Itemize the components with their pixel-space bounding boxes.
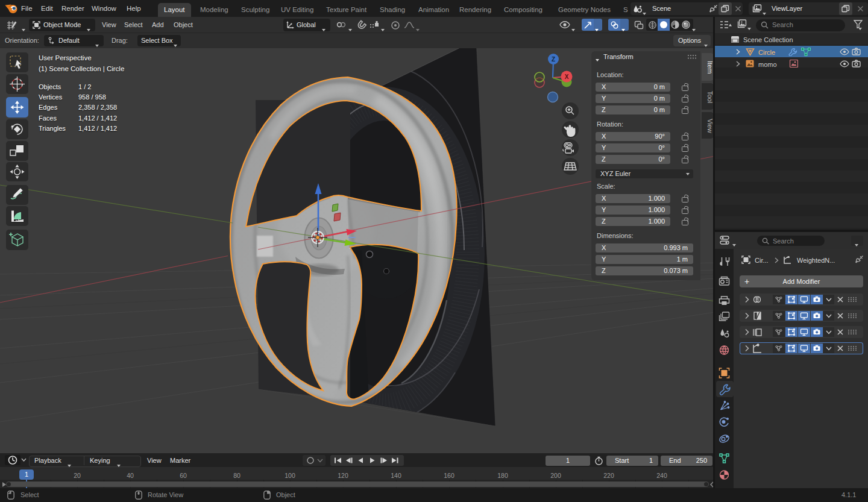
svg-text:X: X	[565, 74, 569, 80]
svg-text:Z: Z	[552, 56, 555, 63]
